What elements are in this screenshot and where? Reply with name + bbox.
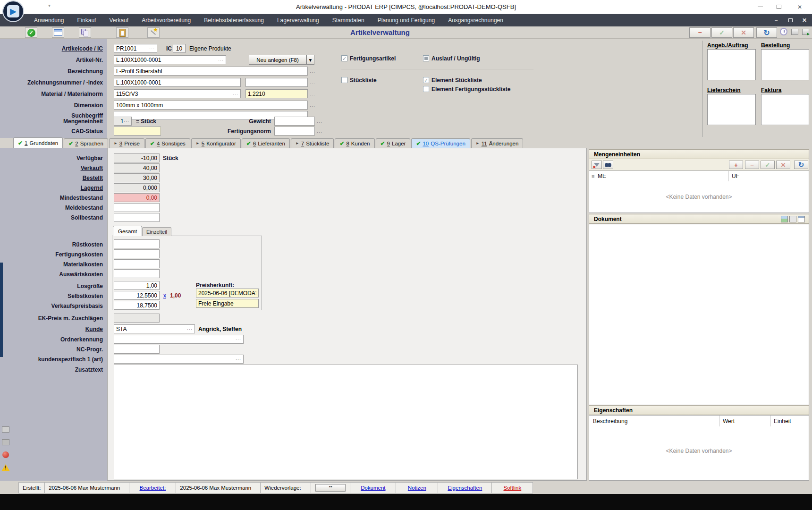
- artikelnr-field[interactable]: L.100X1000-0001···: [114, 55, 226, 64]
- bezeichnung-picker-icon[interactable]: ···: [310, 70, 315, 75]
- ncprogr-field[interactable]: [114, 345, 160, 354]
- menu-lagerverwaltung[interactable]: Lagerverwaltung: [271, 14, 326, 26]
- mengeneinheit-field[interactable]: 1···: [114, 117, 132, 126]
- menu-einkauf[interactable]: Einkauf: [70, 14, 102, 26]
- kosten-tab-gesamt[interactable]: Gesamt: [113, 226, 142, 236]
- artikelcode-picker-icon[interactable]: ···: [149, 46, 155, 51]
- material-field[interactable]: 115CrV3···: [114, 89, 241, 98]
- ordnerkennung-picker-icon[interactable]: ···: [236, 337, 241, 342]
- kunde-label[interactable]: Kunde: [85, 326, 103, 332]
- angebot-auftrag-box[interactable]: [707, 49, 756, 80]
- menu-planung-und-fertigung[interactable]: Planung und Fertigung: [371, 14, 441, 26]
- tab-qs-pruefungen[interactable]: ✔10QS-Prüfungen: [411, 138, 470, 148]
- gewicht-field[interactable]: [274, 117, 315, 126]
- tab-kunden[interactable]: ✔8Kunden: [335, 138, 374, 148]
- gewicht-picker-icon[interactable]: ···: [317, 120, 322, 125]
- bearbeitet-link[interactable]: Bearbeitet:: [129, 482, 176, 493]
- fertigungskosten-field[interactable]: [114, 249, 160, 258]
- artikelcode-label[interactable]: Artikelcode / IC: [62, 45, 103, 52]
- lagernd-label[interactable]: Lagernd: [81, 185, 103, 191]
- kundenspezifisch-field[interactable]: ···: [114, 355, 244, 364]
- notizen-link[interactable]: Notizen: [396, 482, 438, 493]
- package-run-button[interactable]: ▶: [802, 29, 809, 35]
- selbstkosten-field[interactable]: 12,5500: [114, 291, 160, 300]
- package-button[interactable]: [791, 29, 798, 35]
- column-divider[interactable]: [770, 416, 771, 426]
- save-icon[interactable]: [789, 216, 796, 222]
- dimension-picker-icon[interactable]: ···: [310, 104, 315, 109]
- column-header-wert[interactable]: Wert: [723, 418, 735, 425]
- mengeneinheit-picker-icon[interactable]: ···: [124, 119, 129, 124]
- bestellt-label[interactable]: Bestellt: [83, 175, 103, 181]
- fertigungsartikel-checkbox[interactable]: ✓: [341, 55, 347, 61]
- device-icon-1[interactable]: [2, 426, 9, 433]
- fertigungsnorm-picker-icon[interactable]: ···: [317, 130, 322, 135]
- new-window-button[interactable]: [52, 27, 64, 38]
- meldebestand-field[interactable]: [114, 203, 160, 212]
- dimension-field[interactable]: 100mm x 1000mm: [114, 101, 308, 110]
- tab-sprachen[interactable]: ✔2Sprachen: [64, 138, 108, 148]
- tab-konfigurator[interactable]: ►5Konfigurator: [191, 138, 241, 148]
- column-divider[interactable]: [719, 416, 720, 426]
- mdi-minimize-button[interactable]: −: [770, 14, 783, 26]
- cancel-record-button[interactable]: ✕: [733, 27, 754, 38]
- kosten-tab-einzelteil[interactable]: Einzelteil: [142, 227, 171, 236]
- kundenspezifisch-picker-icon[interactable]: ···: [236, 357, 241, 362]
- material-picker-icon[interactable]: ···: [233, 92, 238, 96]
- confirm-record-button[interactable]: ✓: [711, 27, 732, 38]
- tab-preise[interactable]: ►3Preise: [109, 138, 144, 148]
- losgroesse-field[interactable]: 1,00: [114, 281, 160, 290]
- tab-sonstiges[interactable]: ✔4Sonstiges: [145, 138, 190, 148]
- bestellung-box[interactable]: [761, 49, 809, 80]
- paste-button[interactable]: [116, 27, 128, 38]
- tab-lager[interactable]: ✔9Lager: [376, 138, 411, 148]
- wizard-button[interactable]: ★: [147, 27, 160, 38]
- faktor-link[interactable]: x: [163, 292, 166, 299]
- row-confirm-button[interactable]: ✓: [761, 161, 775, 169]
- column-divider[interactable]: [728, 171, 729, 181]
- mdi-close-button[interactable]: ✕: [798, 14, 811, 26]
- menu-stammdaten[interactable]: Stammdaten: [326, 14, 371, 26]
- device-icon-2[interactable]: [2, 439, 9, 445]
- artikelcode-field[interactable]: PR1001···: [114, 44, 157, 53]
- menu-verkauf[interactable]: Verkauf: [102, 14, 135, 26]
- tab-stueckliste[interactable]: ►7Stückliste: [291, 138, 334, 148]
- lieferschein-box[interactable]: [707, 94, 756, 125]
- filter-clear-button[interactable]: [592, 161, 602, 169]
- dokument-link[interactable]: Dokument: [350, 482, 396, 493]
- dock-handle[interactable]: [0, 263, 3, 357]
- column-header-me[interactable]: ME: [598, 173, 606, 179]
- zeichnungsindex-field[interactable]: [245, 78, 308, 87]
- stueckliste-checkbox[interactable]: [341, 77, 347, 83]
- faktura-box[interactable]: [761, 94, 809, 125]
- fertigungsnorm-field[interactable]: [274, 127, 315, 136]
- picture-icon[interactable]: [781, 216, 788, 222]
- quick-access-caret-icon[interactable]: ▾: [48, 3, 51, 8]
- ok-button[interactable]: ✓: [25, 27, 37, 38]
- window-close-button[interactable]: ✕: [791, 0, 808, 14]
- menu-anwendung[interactable]: Anwendung: [27, 14, 70, 26]
- search-button[interactable]: [603, 161, 613, 169]
- element-fertigungsstueckliste-checkbox[interactable]: [423, 86, 429, 92]
- materialnorm-picker-icon[interactable]: ···: [310, 93, 315, 97]
- ic-field[interactable]: 10: [173, 44, 186, 53]
- cadstatus-field[interactable]: [114, 127, 161, 136]
- menu-betriebsdatenerfassung[interactable]: Betriebsdatenerfassung: [197, 14, 271, 26]
- menu-arbeitsvorbereitung[interactable]: Arbeitsvorbereitung: [135, 14, 197, 26]
- window-popup-icon[interactable]: [798, 216, 805, 222]
- zeichnungsnummer-field[interactable]: L.100X1000-0001: [114, 78, 241, 87]
- column-header-einheit[interactable]: Einheit: [774, 418, 791, 425]
- artikelnr-picker-icon[interactable]: ···: [218, 58, 224, 62]
- auslauf-checkbox[interactable]: [423, 55, 429, 61]
- element-stueckliste-checkbox[interactable]: ✓: [423, 77, 429, 83]
- mdi-restore-button[interactable]: [784, 14, 797, 26]
- neu-anlegen-dropdown-button[interactable]: ▾: [306, 55, 314, 65]
- wiedervorlage-button[interactable]: **: [315, 484, 346, 492]
- window-maximize-button[interactable]: [770, 0, 787, 14]
- neu-anlegen-button[interactable]: Neu anlegen (F8): [249, 55, 306, 65]
- bezeichnung-field[interactable]: L-Profil Silberstahl: [114, 67, 308, 76]
- zeichnung-picker-icon[interactable]: ···: [310, 81, 315, 86]
- ordnerkennung-field[interactable]: ···: [114, 335, 244, 344]
- verkaufspreisbasis-field[interactable]: 18,7500: [114, 301, 160, 310]
- row-delete-button[interactable]: −: [745, 161, 759, 169]
